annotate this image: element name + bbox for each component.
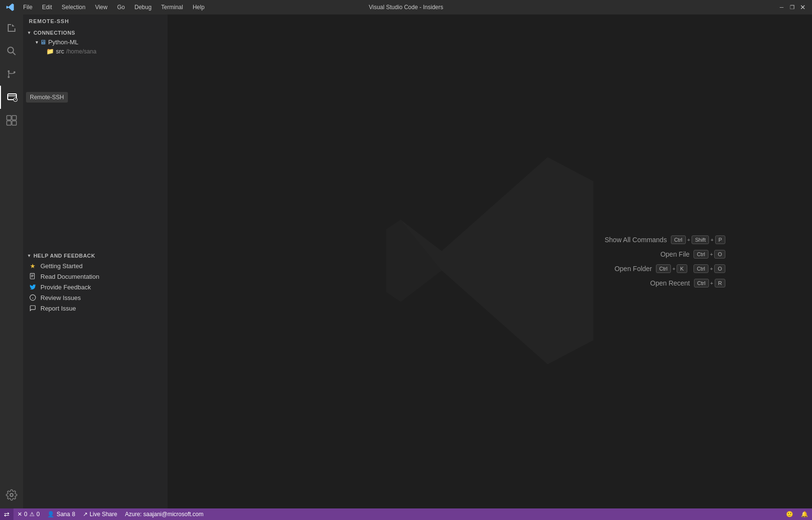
- warning-icon: ⚠: [29, 511, 35, 518]
- error-count: 0: [24, 511, 27, 518]
- close-button[interactable]: ✕: [799, 4, 806, 11]
- review-issues-label: Review Issues: [40, 294, 81, 301]
- menu-help[interactable]: Help: [189, 3, 209, 12]
- status-live-share[interactable]: ↗ Live Share: [79, 508, 121, 520]
- vscode-logo-icon: [6, 3, 14, 12]
- status-bar-right: 🙂 🔔: [782, 508, 812, 520]
- open-file-label: Open File: [632, 250, 690, 258]
- help-review-issues[interactable]: Review Issues: [23, 292, 168, 303]
- ctrl-key-5: Ctrl: [694, 279, 709, 287]
- show-all-commands-keys: Ctrl + Shift + P: [671, 235, 725, 244]
- minimize-button[interactable]: ─: [778, 4, 785, 11]
- search-icon: [6, 45, 17, 57]
- info-circle-icon: [29, 294, 37, 301]
- help-report-issue[interactable]: Report Issue: [23, 303, 168, 313]
- open-recent-label: Open Recent: [632, 279, 690, 287]
- user-icon: 👤: [47, 511, 54, 518]
- ctrl-key-3: Ctrl: [656, 264, 671, 273]
- svg-point-0: [8, 47, 13, 53]
- titlebar-menu: File Edit Selection View Go Debug Termin…: [19, 3, 209, 12]
- menu-debug[interactable]: Debug: [131, 3, 155, 12]
- folder-icon: 📁: [46, 48, 54, 55]
- main-content: Show All Commands Ctrl + Shift + P Open …: [168, 14, 812, 508]
- python-ml-label: Python-ML: [48, 39, 79, 46]
- live-share-icon: ↗: [83, 511, 88, 518]
- activity-explorer[interactable]: [0, 16, 23, 39]
- main-layout: Remote-SSH REMOTE-SSH ▼: [0, 14, 812, 508]
- status-bar-left: ⇄ ✕ 0 ⚠ 0 👤 Sana 8 ↗ Live Share Azure: s…: [0, 508, 207, 520]
- twitter-icon: [29, 283, 37, 291]
- activity-bottom: [0, 483, 23, 508]
- connections-section-header[interactable]: ▼ CONNECTIONS: [23, 28, 168, 38]
- warning-count: 0: [37, 511, 40, 518]
- svg-point-13: [10, 494, 13, 496]
- open-folder-label: Open Folder: [594, 265, 652, 273]
- bell-icon: 🔔: [801, 511, 808, 518]
- maximize-button[interactable]: ❐: [789, 4, 796, 11]
- activity-remote-explorer[interactable]: Remote-SSH: [0, 86, 23, 109]
- command-show-all: Show All Commands Ctrl + Shift + P: [594, 235, 725, 244]
- report-issue-label: Report Issue: [40, 305, 76, 312]
- status-errors[interactable]: ✕ 0 ⚠ 0: [13, 508, 43, 520]
- ctrl-key-4: Ctrl: [694, 264, 708, 273]
- help-chevron: ▼: [27, 253, 31, 258]
- svg-point-4: [13, 71, 15, 73]
- help-section-header[interactable]: ▼ HELP AND FEEDBACK: [23, 251, 168, 260]
- error-icon: ✕: [17, 511, 22, 518]
- svg-line-1: [13, 52, 16, 55]
- live-share-label: Live Share: [90, 511, 117, 518]
- menu-file[interactable]: File: [19, 3, 36, 12]
- tree-item-src[interactable]: 📁 src /home/sana: [23, 47, 168, 56]
- r-key: R: [715, 279, 725, 287]
- status-azure[interactable]: Azure: saajani@microsoft.com: [121, 508, 207, 520]
- user-number: 8: [72, 511, 75, 518]
- azure-label: Azure: saajani@microsoft.com: [125, 511, 203, 518]
- sidebar-header: REMOTE-SSH: [23, 14, 168, 28]
- help-section-label: HELP AND FEEDBACK: [33, 253, 95, 259]
- book-icon: [29, 273, 37, 280]
- remote-explorer-icon: [6, 91, 18, 103]
- explorer-icon: [6, 22, 17, 34]
- sidebar: REMOTE-SSH ▼ CONNECTIONS ▼ 🖥 Python-ML 📁…: [23, 14, 168, 508]
- monitor-icon: 🖥: [40, 39, 46, 46]
- status-smiley[interactable]: 🙂: [782, 508, 797, 520]
- vscode-watermark: [369, 141, 610, 383]
- open-recent-keys: Ctrl + R: [694, 279, 726, 287]
- welcome-commands: Show All Commands Ctrl + Shift + P Open …: [594, 235, 725, 287]
- svg-point-2: [8, 70, 10, 72]
- src-path: /home/sana: [66, 48, 96, 55]
- titlebar: File Edit Selection View Go Debug Termin…: [0, 0, 812, 14]
- activity-search[interactable]: [0, 39, 23, 63]
- shift-key: Shift: [692, 235, 709, 244]
- menu-edit[interactable]: Edit: [38, 3, 56, 12]
- window-title: Visual Studio Code - Insiders: [369, 4, 444, 11]
- menu-selection[interactable]: Selection: [58, 3, 89, 12]
- help-getting-started[interactable]: ★ Getting Started: [23, 260, 168, 271]
- settings-icon: [6, 489, 17, 501]
- connections-chevron: ▼: [27, 30, 31, 35]
- help-read-docs[interactable]: Read Documentation: [23, 271, 168, 282]
- command-open-file: Open File Ctrl + O: [594, 250, 725, 259]
- activity-extensions[interactable]: [0, 109, 23, 132]
- menu-go[interactable]: Go: [113, 3, 129, 12]
- menu-view[interactable]: View: [91, 3, 111, 12]
- comment-icon: [29, 304, 37, 312]
- menu-terminal[interactable]: Terminal: [157, 3, 187, 12]
- status-notifications[interactable]: 🔔: [797, 508, 812, 520]
- getting-started-label: Getting Started: [40, 262, 82, 270]
- activity-source-control[interactable]: [0, 63, 23, 86]
- show-all-commands-label: Show All Commands: [604, 236, 667, 244]
- help-provide-feedback[interactable]: Provide Feedback: [23, 282, 168, 292]
- user-label: Sana: [56, 511, 70, 518]
- extensions-icon: [6, 115, 17, 126]
- status-user[interactable]: 👤 Sana 8: [43, 508, 79, 520]
- titlebar-left: File Edit Selection View Go Debug Termin…: [6, 3, 209, 12]
- tree-item-python-ml[interactable]: ▼ 🖥 Python-ML: [23, 38, 168, 47]
- ctrl-key-2: Ctrl: [694, 250, 708, 259]
- k-key: K: [677, 264, 687, 273]
- svg-rect-11: [7, 121, 11, 125]
- status-remote-ssh[interactable]: ⇄: [0, 508, 13, 520]
- activity-settings[interactable]: [0, 483, 23, 507]
- svg-point-3: [8, 76, 10, 78]
- smiley-icon: 🙂: [786, 511, 793, 518]
